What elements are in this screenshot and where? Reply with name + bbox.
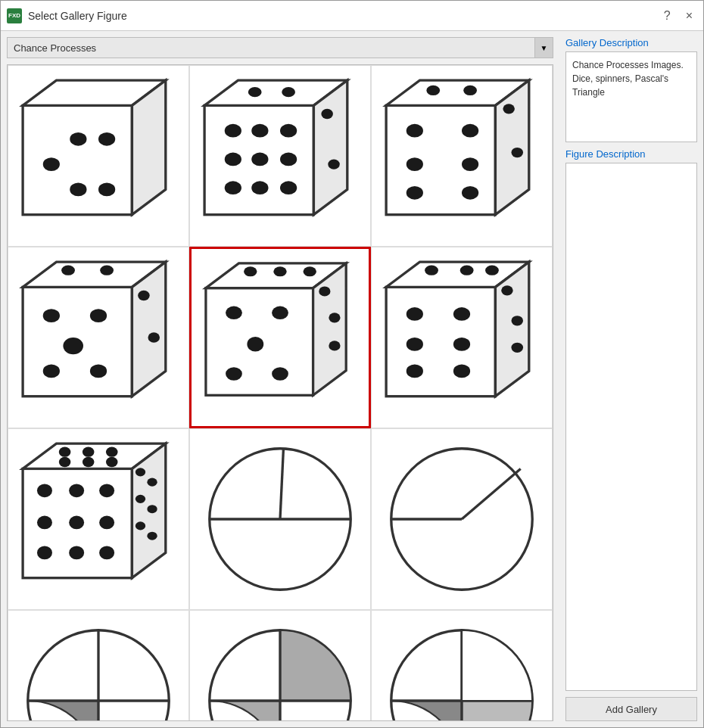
svg-point-28 (463, 86, 477, 95)
svg-point-45 (90, 309, 107, 322)
svg-point-41 (100, 266, 114, 275)
svg-point-21 (225, 181, 241, 194)
gallery-cell-dice-full[interactable] (8, 428, 189, 610)
svg-point-23 (280, 181, 297, 194)
svg-point-58 (226, 306, 242, 319)
svg-point-75 (453, 307, 470, 321)
svg-marker-39 (132, 262, 165, 397)
svg-point-87 (136, 468, 145, 476)
svg-point-99 (37, 546, 52, 560)
svg-point-18 (225, 153, 241, 166)
svg-point-96 (37, 516, 52, 530)
svg-point-6 (98, 132, 115, 146)
svg-point-86 (106, 457, 118, 467)
svg-point-84 (59, 457, 71, 467)
dice-3-svg (378, 72, 546, 240)
svg-point-85 (83, 457, 95, 467)
svg-point-33 (407, 157, 423, 171)
add-gallery-button[interactable]: Add Gallery (565, 697, 697, 721)
svg-point-74 (407, 365, 423, 378)
gallery-cell-spinner-third[interactable] (371, 428, 553, 610)
gallery-description-section: Gallery Description Chance Processes Ima… (565, 37, 697, 142)
gallery-cell-dice6[interactable] (371, 247, 553, 428)
spinner-third-svg (378, 435, 546, 603)
dice-2-svg (196, 72, 364, 240)
svg-point-14 (328, 159, 340, 169)
svg-point-98 (99, 516, 114, 530)
gallery-grid (8, 65, 553, 721)
spinner-q3-svg (378, 617, 546, 721)
dropdown-arrow-icon[interactable]: ▼ (535, 37, 553, 58)
svg-point-100 (69, 546, 84, 560)
gallery-cell-spinner-q2[interactable] (189, 610, 371, 721)
svg-point-61 (226, 367, 242, 380)
svg-point-91 (136, 521, 145, 530)
svg-point-68 (485, 266, 499, 275)
svg-point-34 (462, 157, 478, 171)
gallery-cell-dice2[interactable] (189, 65, 371, 247)
svg-point-77 (453, 365, 470, 378)
svg-point-43 (148, 332, 160, 342)
gallery-cell-spinner-qshade[interactable] (8, 610, 189, 721)
svg-point-40 (61, 266, 75, 275)
svg-point-12 (282, 87, 295, 97)
svg-point-48 (90, 365, 107, 378)
gallery-cell-dice4[interactable] (8, 247, 189, 428)
svg-point-67 (460, 266, 474, 275)
svg-point-7 (98, 183, 115, 197)
svg-point-66 (425, 266, 438, 275)
dice-full-svg (14, 435, 182, 603)
window-title: Select Gallery Figure (28, 10, 659, 22)
svg-point-47 (43, 365, 60, 378)
svg-point-5 (70, 183, 86, 197)
svg-point-83 (106, 447, 118, 457)
gallery-cell-dice3[interactable] (371, 65, 553, 247)
figure-description-label: Figure Description (565, 148, 697, 160)
gallery-cell-spinner-q3[interactable] (371, 610, 553, 721)
title-bar-controls: ? × (659, 8, 697, 24)
svg-point-73 (407, 338, 423, 351)
help-button[interactable]: ? (659, 8, 675, 24)
svg-point-31 (407, 124, 423, 138)
svg-point-29 (503, 104, 515, 114)
title-bar: FXD Select Gallery Figure ? × (1, 1, 703, 31)
svg-point-13 (321, 109, 333, 119)
left-panel: Chance Processes ▼ (1, 31, 559, 727)
svg-marker-10 (313, 80, 347, 215)
svg-point-55 (319, 286, 330, 296)
dice-5-svg (198, 255, 363, 420)
figure-description-section: Figure Description (565, 148, 697, 691)
svg-point-53 (273, 266, 286, 276)
svg-point-4 (43, 157, 60, 171)
app-icon: FXD (7, 8, 22, 23)
svg-point-71 (511, 343, 523, 353)
svg-point-54 (304, 266, 316, 276)
svg-point-60 (247, 337, 263, 352)
svg-point-44 (43, 309, 60, 322)
svg-point-11 (248, 87, 262, 97)
gallery-description-label: Gallery Description (565, 37, 697, 48)
spinner-qshade-svg (14, 617, 182, 721)
svg-point-17 (280, 124, 297, 138)
svg-point-20 (280, 153, 297, 166)
svg-point-101 (99, 546, 114, 560)
gallery-grid-container[interactable] (7, 64, 553, 721)
svg-point-56 (329, 313, 340, 322)
svg-point-88 (147, 478, 157, 487)
dice-4-svg (14, 254, 182, 422)
svg-point-95 (99, 484, 114, 497)
close-button[interactable]: × (681, 8, 697, 24)
gallery-cell-dice5[interactable] (189, 247, 371, 428)
svg-point-89 (136, 495, 145, 503)
svg-point-19 (251, 153, 268, 166)
svg-point-70 (511, 316, 523, 325)
svg-point-93 (37, 484, 52, 497)
gallery-cell-spinner-half[interactable] (189, 428, 371, 610)
category-dropdown-row: Chance Processes ▼ (7, 37, 553, 58)
svg-point-92 (147, 532, 157, 540)
right-panel: Gallery Description Chance Processes Ima… (559, 31, 703, 727)
svg-point-52 (244, 266, 257, 276)
gallery-cell-dice1[interactable] (8, 65, 189, 247)
category-dropdown[interactable]: Chance Processes (7, 37, 535, 58)
svg-point-82 (83, 447, 95, 457)
